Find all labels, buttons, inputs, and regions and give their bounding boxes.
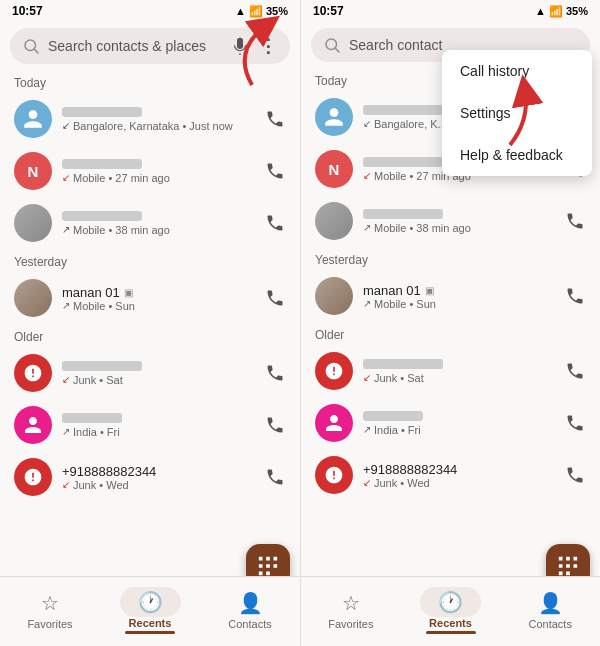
dropdown-settings[interactable]: Settings xyxy=(442,92,592,134)
call-name-r4: manan 01 ▣ xyxy=(363,283,554,298)
name-blur-6 xyxy=(62,413,122,423)
phone-icon-7[interactable] xyxy=(264,466,286,488)
dropdown-call-history[interactable]: Call history xyxy=(442,50,592,92)
svg-line-3 xyxy=(335,48,339,52)
recents-indicator-left xyxy=(125,631,175,634)
avatar-r3 xyxy=(315,202,353,240)
contacts-label-left: Contacts xyxy=(228,618,271,630)
mic-button-left[interactable] xyxy=(230,36,250,56)
avatar-r1 xyxy=(315,98,353,136)
call-item-r3[interactable]: ↗ Mobile • 38 min ago xyxy=(301,195,600,247)
call-item-1[interactable]: ↙ Bangalore, Karnataka • Just now xyxy=(0,93,300,145)
recents-icon-left: 🕐 xyxy=(138,591,163,613)
call-info-r7: +918888882344 ↙ Junk • Wed xyxy=(363,462,554,489)
phone-icon-6[interactable] xyxy=(264,414,286,436)
avatar-7 xyxy=(14,458,52,496)
right-panel: 10:57 ▲ 📶 35% Search contact Call histor… xyxy=(300,0,600,646)
detail-r7: ↙ Junk • Wed xyxy=(363,477,554,489)
section-yesterday-left: Yesterday xyxy=(0,249,300,272)
nav-recents-right[interactable]: 🕐 Recents xyxy=(401,583,501,638)
avatar-1 xyxy=(14,100,52,138)
detail-r5: ↙ Junk • Sat xyxy=(363,372,554,384)
avatar-r7 xyxy=(315,456,353,494)
phone-icon-5[interactable] xyxy=(264,362,286,384)
detail-5: ↙ Junk • Sat xyxy=(62,374,254,386)
name-blur-r5 xyxy=(363,359,443,369)
call-item-r7[interactable]: +918888882344 ↙ Junk • Wed xyxy=(301,449,600,501)
name-blur-r1 xyxy=(363,105,443,115)
phone-icon-r6[interactable] xyxy=(564,412,586,434)
call-item-r5[interactable]: ↙ Junk • Sat xyxy=(301,345,600,397)
call-item-6[interactable]: ↗ India • Fri xyxy=(0,399,300,451)
name-blur-r3 xyxy=(363,209,443,219)
nav-recents-left[interactable]: 🕐 Recents xyxy=(100,583,200,638)
nav-contacts-left[interactable]: 👤 Contacts xyxy=(200,587,300,634)
phone-icon-r7[interactable] xyxy=(564,464,586,486)
avatar-r5 xyxy=(315,352,353,390)
detail-6: ↗ India • Fri xyxy=(62,426,254,438)
avatar-r4 xyxy=(315,277,353,315)
call-item-r4[interactable]: manan 01 ▣ ↗ Mobile • Sun xyxy=(301,270,600,322)
call-item-5[interactable]: ↙ Junk • Sat xyxy=(0,347,300,399)
phone-icon-2[interactable] xyxy=(264,160,286,182)
search-icon-left xyxy=(22,37,40,55)
name-blur-r2 xyxy=(363,157,443,167)
status-icons-right: ▲ 📶 35% xyxy=(535,5,588,18)
call-item-3[interactable]: ↗ Mobile • 38 min ago xyxy=(0,197,300,249)
phone-icon-r4[interactable] xyxy=(564,285,586,307)
name-blur-3 xyxy=(62,211,142,221)
phone-icon-4[interactable] xyxy=(264,287,286,309)
status-bar-right: 10:57 ▲ 📶 35% xyxy=(301,0,600,22)
phone-icon-3[interactable] xyxy=(264,212,286,234)
detail-r3: ↗ Mobile • 38 min ago xyxy=(363,222,554,234)
detail-7: ↙ Junk • Wed xyxy=(62,479,254,491)
signal-icon-right: ▲ xyxy=(535,5,546,17)
wifi-icon-right: 📶 xyxy=(549,5,563,18)
left-panel: 10:57 ▲ 📶 35% Search contacts & places ⋮ xyxy=(0,0,300,646)
nav-contacts-right[interactable]: 👤 Contacts xyxy=(500,587,600,634)
wifi-icon: 📶 xyxy=(249,5,263,18)
search-actions-left: ⋮ xyxy=(230,36,278,56)
phone-icon-r5[interactable] xyxy=(564,360,586,382)
avatar-5 xyxy=(14,354,52,392)
section-yesterday-right: Yesterday xyxy=(301,247,600,270)
contacts-label-right: Contacts xyxy=(528,618,571,630)
name-blur-r6 xyxy=(363,411,423,421)
svg-line-1 xyxy=(34,49,38,53)
call-name-7: +918888882344 xyxy=(62,464,254,479)
time-left: 10:57 xyxy=(12,4,43,18)
favorites-label-left: Favorites xyxy=(27,618,72,630)
detail-r4: ↗ Mobile • Sun xyxy=(363,298,554,310)
recents-label-right: Recents xyxy=(429,617,472,629)
detail-4: ↗ Mobile • Sun xyxy=(62,300,254,312)
call-info-r5: ↙ Junk • Sat xyxy=(363,359,554,384)
contacts-icon-right: 👤 xyxy=(538,591,563,615)
search-placeholder-left: Search contacts & places xyxy=(48,38,222,54)
name-blur-1 xyxy=(62,107,142,117)
nav-favorites-right[interactable]: ☆ Favorites xyxy=(301,587,401,634)
avatar-3 xyxy=(14,204,52,242)
call-info-2: ↙ Mobile • 27 min ago xyxy=(62,159,254,184)
call-item-7[interactable]: +918888882344 ↙ Junk • Wed xyxy=(0,451,300,503)
phone-icon-r3[interactable] xyxy=(564,210,586,232)
recents-indicator-right xyxy=(426,631,476,634)
call-item-2[interactable]: N ↙ Mobile • 27 min ago xyxy=(0,145,300,197)
time-right: 10:57 xyxy=(313,4,344,18)
call-item-r6[interactable]: ↗ India • Fri xyxy=(301,397,600,449)
phone-icon-1[interactable] xyxy=(264,108,286,130)
call-info-r4: manan 01 ▣ ↗ Mobile • Sun xyxy=(363,283,554,310)
call-info-7: +918888882344 ↙ Junk • Wed xyxy=(62,464,254,491)
avatar-6 xyxy=(14,406,52,444)
favorites-icon-left: ☆ xyxy=(41,591,59,615)
call-info-6: ↗ India • Fri xyxy=(62,413,254,438)
detail-1: ↙ Bangalore, Karnataka • Just now xyxy=(62,120,254,132)
dropdown-menu: Call history Settings Help & feedback xyxy=(442,50,592,176)
more-button-left[interactable]: ⋮ xyxy=(258,36,278,56)
dropdown-help[interactable]: Help & feedback xyxy=(442,134,592,176)
call-item-4[interactable]: manan 01 ▣ ↗ Mobile • Sun xyxy=(0,272,300,324)
avatar-4 xyxy=(14,279,52,317)
detail-3: ↗ Mobile • 38 min ago xyxy=(62,224,254,236)
call-info-5: ↙ Junk • Sat xyxy=(62,361,254,386)
search-bar-left[interactable]: Search contacts & places ⋮ xyxy=(10,28,290,64)
nav-favorites-left[interactable]: ☆ Favorites xyxy=(0,587,100,634)
